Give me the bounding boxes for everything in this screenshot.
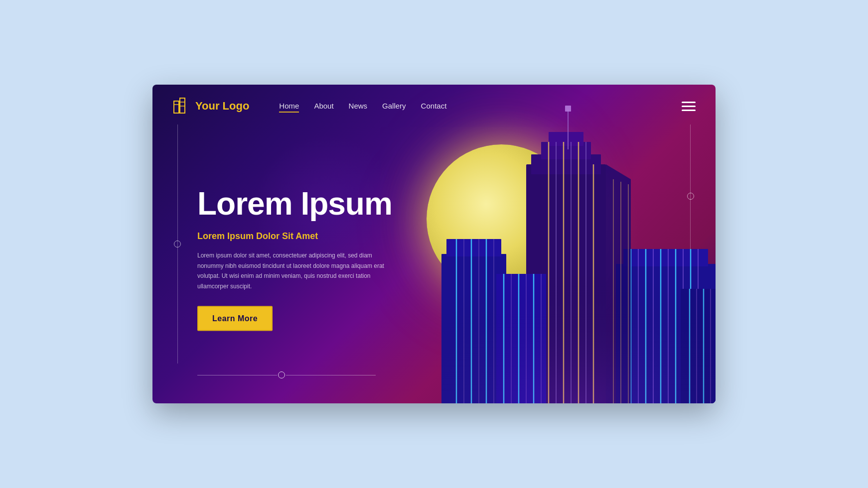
hero-body-text: Lorem ipsum dolor sit amet, consectetuer… bbox=[197, 250, 397, 291]
logo-bold: Logo bbox=[223, 100, 250, 112]
logo: Your Logo bbox=[172, 97, 249, 115]
nav-links: Home About News Gallery Contact bbox=[279, 102, 446, 111]
svg-rect-58 bbox=[441, 239, 716, 403]
svg-rect-0 bbox=[174, 101, 179, 113]
hero-background: Your Logo Home About News Gallery Contac… bbox=[152, 85, 716, 403]
city-buildings bbox=[417, 115, 716, 403]
svg-rect-1 bbox=[180, 98, 185, 113]
nav-gallery[interactable]: Gallery bbox=[382, 102, 406, 111]
hero-content: Lorem Ipsum Lorem Ipsum Dolor Sit Amet L… bbox=[197, 186, 397, 331]
hamburger-line-2 bbox=[682, 106, 696, 107]
logo-text: Your Logo bbox=[195, 100, 249, 113]
logo-icon bbox=[172, 97, 190, 115]
nav-contact-link[interactable]: Contact bbox=[421, 102, 447, 110]
hamburger-menu[interactable] bbox=[682, 102, 696, 111]
left-decoration-circle bbox=[174, 241, 181, 247]
nav-about-link[interactable]: About bbox=[314, 102, 333, 110]
nav-about[interactable]: About bbox=[314, 102, 333, 111]
navbar: Your Logo Home About News Gallery Contac… bbox=[152, 85, 716, 127]
nav-gallery-link[interactable]: Gallery bbox=[382, 102, 406, 110]
hamburger-line-3 bbox=[682, 110, 696, 111]
hero-title: Lorem Ipsum bbox=[197, 186, 397, 221]
slider-line-right bbox=[286, 375, 376, 375]
slider-line-left bbox=[197, 375, 277, 375]
nav-news-link[interactable]: News bbox=[349, 102, 368, 110]
browser-frame: Your Logo Home About News Gallery Contac… bbox=[152, 85, 716, 403]
nav-contact[interactable]: Contact bbox=[421, 102, 447, 111]
learn-more-button[interactable]: Learn More bbox=[197, 306, 273, 331]
nav-home-link[interactable]: Home bbox=[279, 102, 299, 113]
hero-subtitle: Lorem Ipsum Dolor Sit Amet bbox=[197, 231, 397, 242]
hamburger-line-1 bbox=[682, 102, 696, 103]
slider-dot[interactable] bbox=[278, 371, 285, 378]
nav-home[interactable]: Home bbox=[279, 102, 299, 111]
bottom-slider bbox=[197, 371, 376, 378]
nav-news[interactable]: News bbox=[349, 102, 368, 111]
logo-regular: Your bbox=[195, 100, 223, 112]
